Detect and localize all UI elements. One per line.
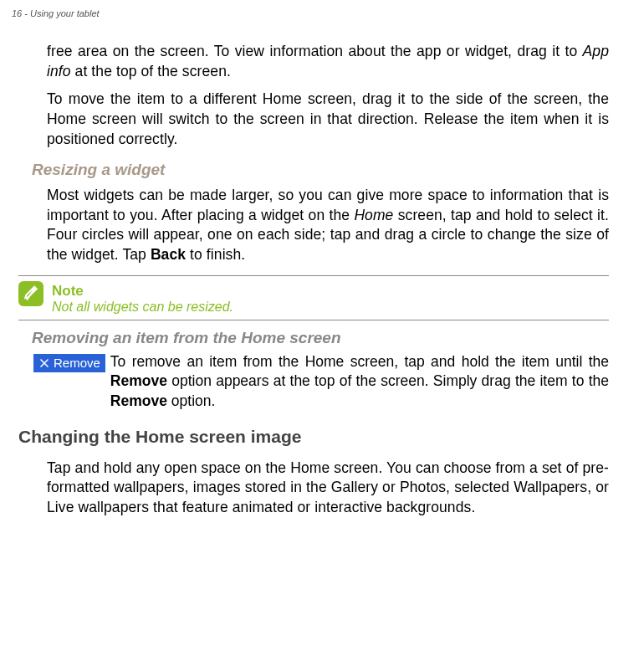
- page-header: 16 - Using your tablet: [0, 0, 644, 18]
- remove-badge: Remove: [33, 354, 105, 372]
- note-content: Note Not all widgets can be resized.: [52, 281, 233, 315]
- note-label: Note: [52, 283, 233, 300]
- text-segment: at the top of the screen.: [71, 63, 231, 79]
- text-segment: To remove an item from the Home screen, …: [110, 353, 609, 370]
- note-box: Note Not all widgets can be resized.: [18, 275, 609, 320]
- paragraph-resizing: Most widgets can be made larger, so you …: [47, 186, 609, 265]
- text-segment: option appears at the top of the screen.…: [167, 372, 609, 389]
- paragraph-app-info: free area on the screen. To view informa…: [47, 42, 609, 81]
- text-segment: to finish.: [186, 246, 245, 263]
- remove-section: Remove To remove an item from the Home s…: [47, 352, 609, 412]
- heading-removing-item: Removing an item from the Home screen: [32, 329, 609, 347]
- note-icon: [18, 281, 43, 306]
- heading-changing-image: Changing the Home screen image: [18, 427, 609, 447]
- text-bold-remove-1: Remove: [110, 372, 167, 389]
- heading-resizing-widget: Resizing a widget: [32, 161, 609, 179]
- paragraph-move-item: To move the item to a different Home scr…: [47, 90, 609, 149]
- text-segment: option.: [167, 392, 215, 409]
- note-text: Not all widgets can be resized.: [52, 300, 233, 314]
- text-bold-remove-2: Remove: [110, 392, 167, 409]
- remove-badge-label: Remove: [54, 356, 100, 370]
- content-area: free area on the screen. To view informa…: [0, 18, 644, 517]
- text-bold-back: Back: [151, 246, 186, 263]
- paragraph-changing: Tap and hold any open space on the Home …: [47, 459, 609, 518]
- paragraph-remove: To remove an item from the Home screen, …: [110, 352, 609, 412]
- text-segment: free area on the screen. To view informa…: [47, 43, 583, 59]
- text-italic-home: Home: [354, 207, 393, 223]
- close-icon: [37, 356, 52, 371]
